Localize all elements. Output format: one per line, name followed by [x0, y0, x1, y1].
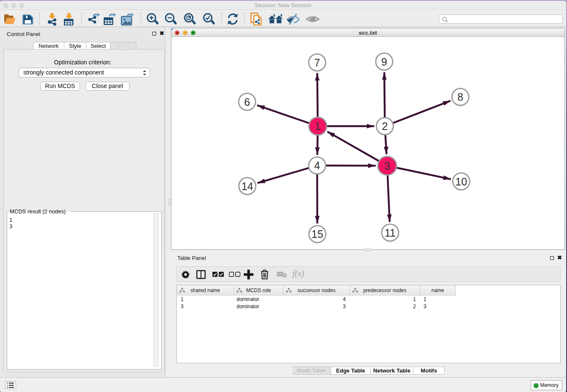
- svg-text:15: 15: [311, 228, 323, 240]
- svg-text:11: 11: [385, 227, 396, 239]
- svg-text:9: 9: [381, 56, 387, 68]
- svg-text:8: 8: [457, 91, 463, 103]
- svg-text:1: 1: [315, 120, 321, 132]
- svg-text:4: 4: [314, 160, 320, 171]
- svg-text:3: 3: [384, 160, 390, 172]
- svg-text:7: 7: [314, 57, 320, 69]
- svg-text:14: 14: [242, 180, 253, 192]
- svg-text:10: 10: [455, 176, 467, 188]
- svg-text:6: 6: [244, 96, 250, 108]
- svg-text:2: 2: [382, 120, 388, 132]
